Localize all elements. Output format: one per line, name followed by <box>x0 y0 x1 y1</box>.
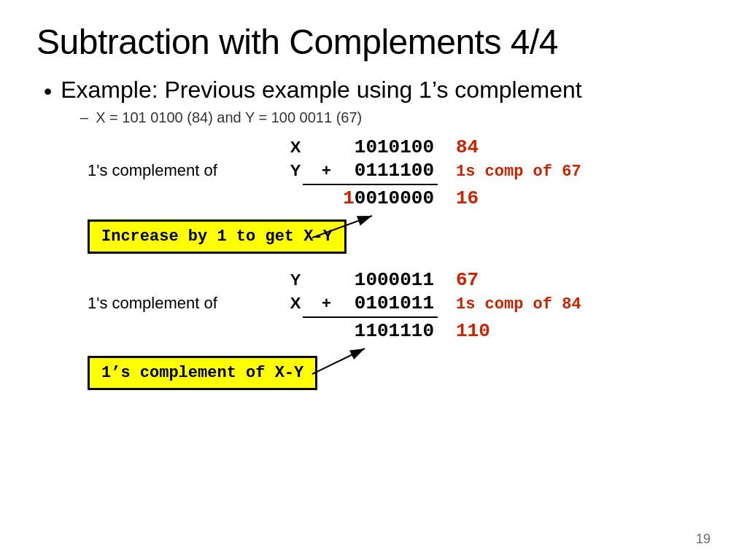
annotation-2-container: 1’s complement of X-Y <box>88 345 711 425</box>
main-bullet: • Example: Previous example using 1’s co… <box>44 77 711 105</box>
math-section-2: Y 1000011 67 1's complement of X + 01010… <box>88 269 711 425</box>
dec-x: 84 <box>441 136 587 158</box>
var-y: Y <box>277 161 314 180</box>
yellow-box-2: 1’s complement of X-Y <box>88 356 317 390</box>
main-bullet-text: Example: Previous example using 1’s comp… <box>61 77 581 104</box>
op-x2: + <box>314 294 339 313</box>
var-x2: X <box>277 294 314 313</box>
op-y: + <box>314 161 339 180</box>
var-y2: Y <box>277 271 314 289</box>
math-row-y2: Y 1000011 67 <box>88 269 711 291</box>
math-row-result-2: 1101110 110 <box>88 320 711 342</box>
yellow-box-1: Increase by 1 to get X-Y <box>88 219 347 254</box>
math-row-x2: 1's complement of X + 0101011 1s comp of… <box>88 292 711 314</box>
sub-bullet: – X = 101 0100 (84) and Y = 100 0011 (67… <box>80 109 711 126</box>
bin-x2: 0101011 <box>339 292 441 314</box>
slide: Subtraction with Complements 4/4 • Examp… <box>0 0 747 560</box>
bullet-dot: • <box>44 78 52 105</box>
math-row-y: 1's complement of Y + 0111100 1s comp of… <box>88 160 711 182</box>
svg-line-3 <box>312 349 365 374</box>
slide-title: Subtraction with Complements 4/4 <box>36 22 711 62</box>
math-row-result-1: 10010000 16 <box>88 187 711 209</box>
bin-y: 0111100 <box>339 160 441 182</box>
math-section-1: X 1010100 84 1's complement of Y + 01111… <box>88 136 711 285</box>
dec-y2: 67 <box>441 269 587 291</box>
dec-result-1: 16 <box>441 187 587 209</box>
page-number: 19 <box>696 532 711 547</box>
underline-2 <box>303 316 438 318</box>
dec-x2: 1s comp of 84 <box>441 295 587 314</box>
bin-result-2: 1101110 <box>339 320 441 342</box>
var-x: X <box>277 138 314 157</box>
dec-y: 1s comp of 67 <box>441 163 587 181</box>
dec-result-2: 110 <box>441 320 587 342</box>
underline-1 <box>303 184 438 185</box>
label-y: 1's complement of <box>88 161 277 180</box>
label-x2: 1's complement of <box>88 294 277 313</box>
bin-val-1: 0010000 <box>355 187 434 209</box>
carry-1: 1 <box>343 187 355 209</box>
bullet-section: • Example: Previous example using 1’s co… <box>44 77 711 425</box>
sub-dash: – <box>80 109 88 126</box>
bin-result-1: 10010000 <box>339 187 441 209</box>
sub-bullet-text: X = 101 0100 (84) and Y = 100 0011 (67) <box>96 109 362 126</box>
bin-x: 1010100 <box>339 136 441 158</box>
math-row-x: X 1010100 84 <box>88 136 711 158</box>
bin-y2: 1000011 <box>339 269 441 291</box>
